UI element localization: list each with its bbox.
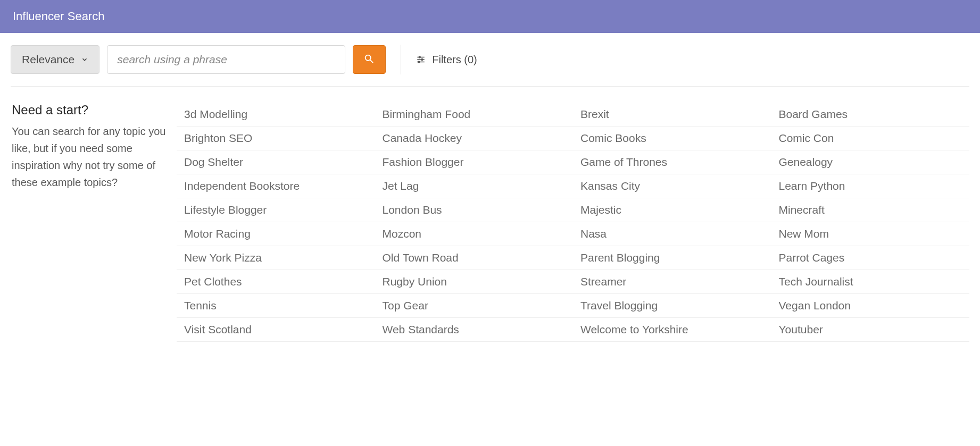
svg-point-3: [421, 59, 423, 61]
topic-link[interactable]: Youtuber: [771, 318, 970, 342]
sidebar-heading: Need a start?: [12, 103, 166, 117]
topic-link[interactable]: 3d Modelling: [177, 103, 375, 127]
filters-icon: [416, 55, 426, 64]
topic-link[interactable]: Dog Shelter: [177, 150, 375, 174]
topic-link[interactable]: Game of Thrones: [573, 150, 771, 174]
topic-link[interactable]: London Bus: [375, 198, 574, 222]
topic-link[interactable]: Birmingham Food: [375, 103, 574, 127]
sidebar: Need a start? You can search for any top…: [6, 103, 166, 342]
topic-link[interactable]: Visit Scotland: [177, 318, 375, 342]
topic-link[interactable]: Old Town Road: [375, 246, 574, 270]
topic-link[interactable]: Parrot Cages: [771, 246, 970, 270]
topic-link[interactable]: Jet Lag: [375, 174, 574, 198]
search-input[interactable]: [107, 45, 345, 74]
filters-button[interactable]: Filters (0): [416, 54, 477, 66]
topic-link[interactable]: Vegan London: [771, 294, 970, 318]
topic-link[interactable]: Top Gear: [375, 294, 574, 318]
topic-link[interactable]: Learn Python: [771, 174, 970, 198]
topic-link[interactable]: Rugby Union: [375, 270, 574, 294]
topic-link[interactable]: Majestic: [573, 198, 771, 222]
sidebar-description: You can search for any topic you like, b…: [12, 123, 166, 191]
topic-link[interactable]: Welcome to Yorkshire: [573, 318, 771, 342]
svg-point-1: [419, 56, 420, 58]
topic-link[interactable]: Motor Racing: [177, 222, 375, 246]
topic-link[interactable]: New Mom: [771, 222, 970, 246]
page-title: Influencer Search: [13, 10, 104, 23]
topic-link[interactable]: Comic Books: [573, 127, 771, 150]
topic-link[interactable]: Web Standards: [375, 318, 574, 342]
topic-link[interactable]: Brexit: [573, 103, 771, 127]
topic-link[interactable]: Tennis: [177, 294, 375, 318]
topic-link[interactable]: Lifestyle Blogger: [177, 198, 375, 222]
topic-link[interactable]: Nasa: [573, 222, 771, 246]
svg-point-5: [418, 61, 420, 63]
filters-label: Filters (0): [432, 54, 477, 66]
sort-label: Relevance: [22, 53, 74, 66]
topic-link[interactable]: Brighton SEO: [177, 127, 375, 150]
topic-link[interactable]: Pet Clothes: [177, 270, 375, 294]
sort-dropdown[interactable]: Relevance: [11, 45, 99, 74]
content-row: Need a start? You can search for any top…: [0, 87, 980, 352]
topic-link[interactable]: Streamer: [573, 270, 771, 294]
topic-link[interactable]: Tech Journalist: [771, 270, 970, 294]
page-header: Influencer Search: [0, 0, 980, 33]
topic-link[interactable]: Minecraft: [771, 198, 970, 222]
topic-link[interactable]: Kansas City: [573, 174, 771, 198]
topic-link[interactable]: New York Pizza: [177, 246, 375, 270]
topics-grid: 3d ModellingBirmingham FoodBrexitBoard G…: [177, 103, 969, 342]
topic-link[interactable]: Parent Blogging: [573, 246, 771, 270]
controls-row: Relevance Filters (0): [0, 33, 980, 86]
search-icon: [363, 53, 375, 66]
divider: [401, 45, 401, 74]
topic-link[interactable]: Fashion Blogger: [375, 150, 574, 174]
chevron-down-icon: [81, 56, 88, 63]
topic-link[interactable]: Comic Con: [771, 127, 970, 150]
search-button[interactable]: [353, 45, 386, 74]
topic-link[interactable]: Canada Hockey: [375, 127, 574, 150]
topic-link[interactable]: Genealogy: [771, 150, 970, 174]
topic-link[interactable]: Independent Bookstore: [177, 174, 375, 198]
topic-link[interactable]: Board Games: [771, 103, 970, 127]
topic-link[interactable]: Travel Blogging: [573, 294, 771, 318]
topic-link[interactable]: Mozcon: [375, 222, 574, 246]
